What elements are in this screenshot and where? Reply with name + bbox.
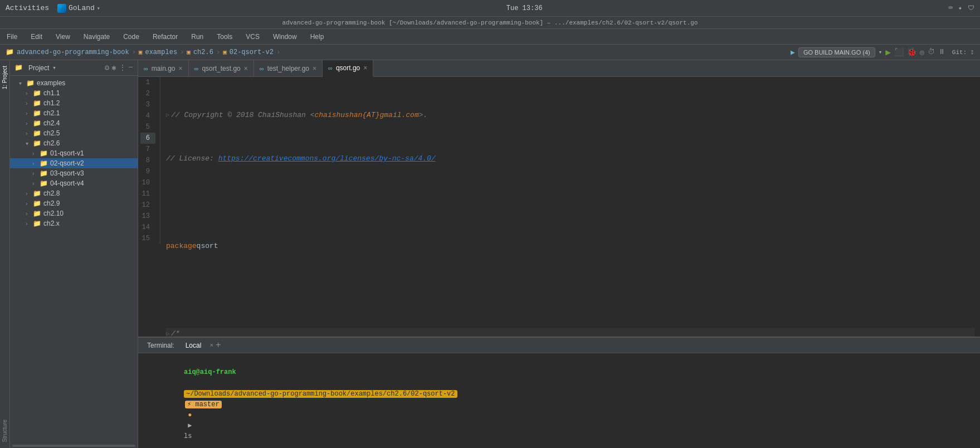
tab-main-go[interactable]: ∞ main.go × — [138, 60, 189, 77]
left-tab-structure[interactable]: Structure — [1, 414, 9, 448]
code-line-4: package qsort — [166, 241, 974, 252]
tree-label-qsort-v1: 01-qsort-v1 — [50, 149, 84, 157]
term-cmd-1: ls — [184, 432, 192, 440]
tab-close-main[interactable]: × — [179, 65, 183, 72]
goland-label: GoLand — [69, 4, 95, 12]
stop-button[interactable]: ⬛ — [894, 47, 904, 57]
menu-view[interactable]: View — [53, 32, 72, 42]
terminal-content[interactable]: aiq@aiq-frank ~/Downloads/advanced-go-pr… — [138, 353, 980, 448]
system-bar: Activities GoLand ▾ Tue 13:36 ⌨ ✦ 🛡 — [0, 0, 980, 17]
tab-close-qsort[interactable]: × — [363, 64, 367, 72]
tree-item-examples[interactable]: ▾ 📁 examples — [10, 78, 138, 88]
breadcrumb-sep-2: › — [180, 48, 184, 56]
tree-arrow-ch25: › — [26, 130, 31, 137]
tab-test-helper[interactable]: ∞ test_helper.go × — [254, 60, 323, 77]
project-dropdown-arrow[interactable]: ▾ — [52, 64, 56, 71]
pkg-name: qsort — [197, 241, 218, 252]
tab-qsort-go[interactable]: ∞ qsort.go × — [323, 60, 373, 77]
folder-icon-ch2x: 📁 — [33, 220, 41, 227]
tree-item-ch11[interactable]: › 📁 ch1.1 — [10, 88, 138, 98]
tree-label-examples: examples — [37, 79, 65, 87]
fold-6[interactable]: ▷ — [166, 330, 169, 337]
license-url[interactable]: https://creativecommons.org/licenses/by-… — [218, 154, 436, 163]
menu-file[interactable]: File — [4, 32, 19, 42]
tab-close-test-helper[interactable]: × — [313, 65, 316, 72]
profile-button[interactable]: ⏱ — [928, 48, 935, 56]
code-cgo-start: /* — [171, 328, 180, 337]
qsort-folder-icon: ▣ — [223, 48, 227, 56]
go-icon-main: ∞ — [144, 65, 148, 72]
folder-icon-ch25: 📁 — [33, 129, 41, 137]
left-edge-tabs: 1: Project Structure — [0, 60, 10, 448]
activities-button[interactable]: Activities — [6, 4, 49, 12]
fold-1[interactable]: ▷ — [166, 111, 169, 119]
coverage-button[interactable]: ◎ — [920, 48, 924, 57]
menu-help[interactable]: Help — [308, 32, 326, 42]
tree-arrow-ch29: › — [26, 201, 31, 207]
debug-button[interactable]: 🐞 — [907, 47, 916, 57]
terminal-tab-local[interactable]: Local — [181, 340, 206, 350]
tree-item-qsort-v2[interactable]: › 📁 02-qsort-v2 — [10, 158, 138, 168]
folder-icon-ch12: 📁 — [33, 99, 41, 107]
left-tab-project[interactable]: 1: Project — [1, 60, 9, 95]
menu-window[interactable]: Window — [271, 32, 299, 42]
tree-item-ch28[interactable]: › 📁 ch2.8 — [10, 188, 138, 198]
goland-dropdown-icon[interactable]: ▾ — [97, 5, 100, 12]
run-button[interactable]: ▶ — [885, 47, 891, 58]
tree-item-qsort-v4[interactable]: › 📁 04-qsort-v4 — [10, 178, 138, 188]
kw-package: package — [166, 241, 197, 252]
breadcrumb-ch26[interactable]: ch2.6 — [193, 48, 213, 56]
build-config-icon: ▶ — [791, 48, 795, 57]
ch26-folder-icon: ▣ — [187, 48, 191, 56]
tree-item-ch2x[interactable]: › 📁 ch2.x — [10, 218, 138, 228]
panel-gear-icon[interactable]: ✱ — [111, 63, 116, 72]
tree-item-ch26[interactable]: ▾ 📁 ch2.6 — [10, 138, 138, 148]
menu-run[interactable]: Run — [189, 32, 206, 42]
tree-label-ch29: ch2.9 — [43, 199, 60, 207]
breadcrumb-qsort[interactable]: 02-qsort-v2 — [230, 48, 274, 56]
breadcrumb-examples[interactable]: examples — [145, 48, 177, 56]
folder-icon-ch26: 📁 — [33, 139, 41, 147]
tree-item-ch12[interactable]: › 📁 ch1.2 — [10, 98, 138, 108]
panel-minimize-icon[interactable]: − — [129, 63, 133, 72]
git-update-icon[interactable]: ↕ — [970, 48, 974, 56]
folder-icon-qsort-v3: 📁 — [40, 169, 48, 177]
panel-settings-icon[interactable]: ⚙ — [105, 63, 109, 72]
tree-label-qsort-v3: 03-qsort-v3 — [50, 169, 84, 177]
tab-qsort-test[interactable]: ∞ qsort_test.go × — [189, 60, 254, 77]
line-num-9: 9 — [140, 166, 155, 177]
git-label: Git: — [952, 49, 967, 56]
code-line-5 — [166, 285, 974, 296]
tab-close-qsort-test[interactable]: × — [244, 65, 248, 72]
breadcrumb-sep-1: › — [132, 48, 136, 56]
menu-vcs[interactable]: VCS — [243, 32, 262, 42]
tree-item-qsort-v3[interactable]: › 📁 03-qsort-v3 — [10, 168, 138, 178]
term-space-1 — [184, 379, 188, 387]
menu-tools[interactable]: Tools — [214, 32, 235, 42]
tree-item-ch24[interactable]: › 📁 ch2.4 — [10, 118, 138, 128]
tree-arrow-ch2x: › — [26, 221, 31, 227]
menu-code[interactable]: Code — [121, 32, 142, 42]
panel-collapse-icon[interactable]: ⋮ — [119, 63, 126, 72]
menu-refactor[interactable]: Refactor — [150, 32, 180, 42]
code-content[interactable]: ▷// Copyright © 2018 ChaiShushan <chaish… — [160, 77, 980, 337]
breadcrumb-project[interactable]: advanced-go-programming-book — [17, 48, 129, 56]
tree-item-ch210[interactable]: › 📁 ch2.10 — [10, 208, 138, 218]
tree-item-ch25[interactable]: › 📁 ch2.5 — [10, 128, 138, 138]
terminal-line-1: aiq@aiq-frank ~/Downloads/advanced-go-pr… — [144, 357, 974, 448]
goland-menu[interactable]: GoLand ▾ — [57, 4, 100, 13]
terminal-add-button[interactable]: + — [216, 340, 221, 350]
editor-area: ∞ main.go × ∞ qsort_test.go × ∞ test_hel… — [138, 60, 980, 448]
menu-edit[interactable]: Edit — [28, 32, 45, 42]
suspend-button[interactable]: ⏸ — [938, 48, 945, 56]
menu-navigate[interactable]: Navigate — [81, 32, 112, 42]
line-num-6: 6 — [140, 133, 155, 144]
tree-item-ch21[interactable]: › 📁 ch2.1 — [10, 108, 138, 118]
dropdown-arrow[interactable]: ▾ — [879, 48, 883, 56]
tree-item-qsort-v1[interactable]: › 📁 01-qsort-v1 — [10, 148, 138, 158]
build-button[interactable]: GO BUILD MAIN.GO (4) — [798, 47, 875, 57]
tree-item-ch29[interactable]: › 📁 ch2.9 — [10, 198, 138, 208]
code-editor[interactable]: 1 2 3 4 5 6 7 8 9 10 11 12 13 14 15 — [138, 77, 980, 337]
terminal-close-local[interactable]: × — [209, 342, 213, 349]
line-num-4: 4 — [140, 110, 155, 121]
